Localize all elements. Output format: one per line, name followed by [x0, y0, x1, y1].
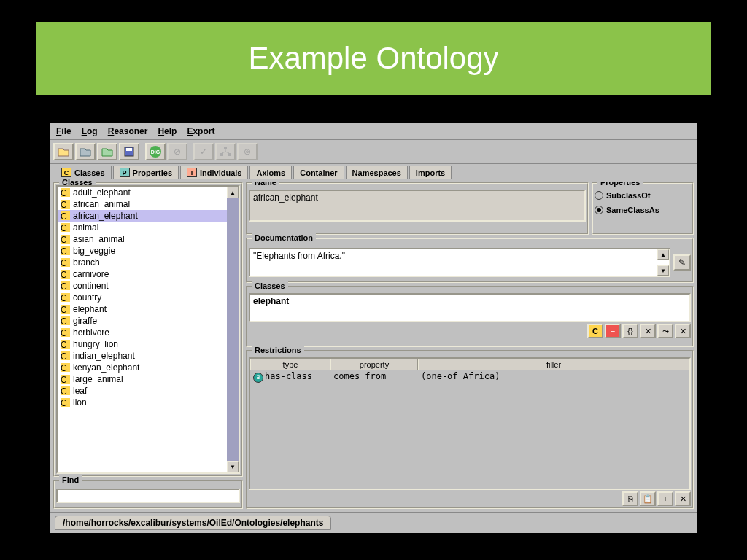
menu-help[interactable]: Help: [158, 126, 177, 136]
open-icon[interactable]: [53, 143, 74, 160]
class-list-item[interactable]: Ccountry: [58, 292, 239, 303]
radio-icon[interactable]: [595, 191, 603, 200]
class-item-label: country: [73, 292, 101, 303]
restriction-buttons: ⎘ 📋 + ✕: [249, 491, 691, 506]
slide-title-text: Example Ontology: [248, 41, 498, 76]
documentation-box[interactable]: "Elephants from Africa." ▲ ▼: [249, 248, 670, 277]
restrictions-title: Restrictions: [252, 346, 304, 354]
delete-icon[interactable]: ✕: [675, 324, 691, 338]
tabstrip: CClasses PProperties IIndividuals Axioms…: [50, 164, 697, 179]
class-list-item[interactable]: Canimal: [58, 222, 239, 233]
class-list-item[interactable]: Cadult_elephant: [58, 187, 239, 198]
open2-icon[interactable]: [75, 143, 96, 160]
wand-icon[interactable]: ⤳: [657, 324, 673, 338]
class-list-item[interactable]: Cafrican_animal: [58, 198, 239, 210]
remove-icon[interactable]: ✕: [675, 491, 691, 506]
add-icon[interactable]: +: [657, 491, 673, 506]
class-list-item[interactable]: Cgiraffe: [58, 315, 239, 327]
open3-icon[interactable]: [97, 143, 117, 160]
tree-icon[interactable]: [215, 143, 236, 160]
class-badge-icon: C: [61, 246, 70, 255]
tab-axioms[interactable]: Axioms: [249, 166, 292, 179]
scroll-up-icon[interactable]: ▲: [227, 187, 239, 198]
documentation-group-title: Documentation: [252, 233, 316, 242]
class-badge-icon: C: [61, 328, 70, 337]
properties-group-title: Properties: [597, 182, 643, 187]
superclasses-title: Classes: [252, 281, 288, 290]
individual-badge-icon: I: [187, 168, 197, 177]
menu-reasoner[interactable]: Reasoner: [108, 126, 148, 136]
restrictions-body[interactable]: ∃has-class comes_from (one-of Africa): [250, 370, 689, 489]
scroll-up-icon[interactable]: ▲: [657, 249, 669, 260]
app-window: FFileile Log Reasoner Help Export DIG ⊘ …: [50, 122, 697, 534]
class-badge-icon: C: [61, 305, 70, 314]
class-item-label: african_animal: [73, 199, 130, 209]
class-item-label: lion: [73, 397, 87, 408]
class-list-item[interactable]: Cherbivore: [58, 327, 239, 338]
scrollbar-track[interactable]: [227, 198, 239, 461]
class-list-item[interactable]: Clion: [58, 397, 239, 408]
relations-icon[interactable]: ⊚: [237, 143, 258, 160]
save-icon[interactable]: [119, 143, 139, 160]
exists-icon: ∃: [253, 373, 263, 383]
class-list-item[interactable]: Ccarnivore: [58, 268, 239, 280]
class-list-item[interactable]: Ckenyan_elephant: [58, 362, 239, 373]
menu-file[interactable]: FFileile: [56, 126, 71, 136]
name-value[interactable]: african_elephant: [249, 190, 586, 222]
menu-export[interactable]: Export: [187, 126, 214, 136]
copy-icon[interactable]: ⎘: [622, 491, 638, 506]
class-badge-icon: C: [61, 398, 70, 407]
class-badge-icon: C: [61, 270, 70, 279]
class-list-item[interactable]: Cafrican_elephant: [58, 210, 239, 222]
tools-icon[interactable]: ✕: [640, 324, 656, 338]
class-list-item[interactable]: Cindian_elephant: [58, 350, 239, 362]
class-c-icon[interactable]: C: [587, 324, 603, 338]
slide-title-banner: Example Ontology: [36, 22, 711, 95]
dig-icon[interactable]: DIG: [145, 143, 166, 160]
status-path[interactable]: /home/horrocks/excalibur/systems/OilEd/O…: [55, 516, 331, 530]
restriction-row[interactable]: ∃has-class comes_from (one-of Africa): [250, 370, 689, 384]
class-list-item[interactable]: Ccontinent: [58, 280, 239, 292]
tab-classes[interactable]: CClasses: [55, 166, 112, 179]
class-list-item[interactable]: Cbranch: [58, 257, 239, 268]
class-badge-icon: C: [61, 316, 70, 325]
tab-individuals[interactable]: IIndividuals: [180, 166, 248, 179]
col-type[interactable]: type: [250, 359, 330, 370]
class-list-item[interactable]: Clarge_animal: [58, 373, 239, 385]
class-badge-icon: C: [61, 281, 70, 290]
tab-namespaces[interactable]: Namespaces: [346, 166, 408, 179]
left-pane: Classes ▲ ▼ Cadult_elephantCafrican_anim…: [53, 182, 243, 509]
class-list-item[interactable]: Chungry_lion: [58, 338, 239, 350]
list-icon[interactable]: ≡: [605, 324, 621, 338]
col-property[interactable]: property: [330, 359, 418, 370]
class-list-item[interactable]: Cbig_veggie: [58, 245, 239, 257]
globe-icon[interactable]: ⊘: [167, 143, 187, 160]
tab-properties[interactable]: PProperties: [113, 166, 179, 179]
superclasses-box[interactable]: elephant: [249, 293, 691, 322]
class-item-label: adult_elephant: [73, 187, 131, 198]
find-group-title: Find: [59, 475, 82, 484]
radio-subclassof[interactable]: SubclassOf: [595, 191, 691, 200]
name-group-title: Name: [252, 182, 279, 187]
edit-doc-icon[interactable]: ✎: [673, 254, 691, 271]
menu-log[interactable]: Log: [82, 126, 98, 136]
radio-sameclassas[interactable]: SameClassAs: [595, 206, 691, 214]
class-badge-icon: C: [61, 375, 70, 384]
class-badge-icon: C: [61, 258, 70, 267]
braces-icon[interactable]: {}: [622, 324, 638, 338]
tab-imports[interactable]: Imports: [409, 166, 452, 179]
check-icon[interactable]: ✓: [193, 143, 214, 160]
paste-icon[interactable]: 📋: [640, 491, 656, 506]
class-list-item[interactable]: Cleaf: [58, 385, 239, 397]
class-list-item[interactable]: Casian_animal: [58, 233, 239, 245]
class-list[interactable]: ▲ ▼ Cadult_elephantCafrican_animalCafric…: [56, 185, 240, 474]
radio-icon[interactable]: [595, 206, 603, 214]
scroll-down-icon[interactable]: ▼: [227, 461, 239, 472]
col-filler[interactable]: filler: [418, 359, 689, 370]
restrictions-group: Restrictions type property filler ∃has-c…: [246, 350, 694, 509]
class-list-item[interactable]: Celephant: [58, 303, 239, 315]
scroll-down-icon[interactable]: ▼: [657, 265, 669, 276]
tab-container[interactable]: Container: [293, 166, 344, 179]
find-input[interactable]: [56, 489, 240, 503]
class-item-label: herbivore: [73, 327, 109, 338]
